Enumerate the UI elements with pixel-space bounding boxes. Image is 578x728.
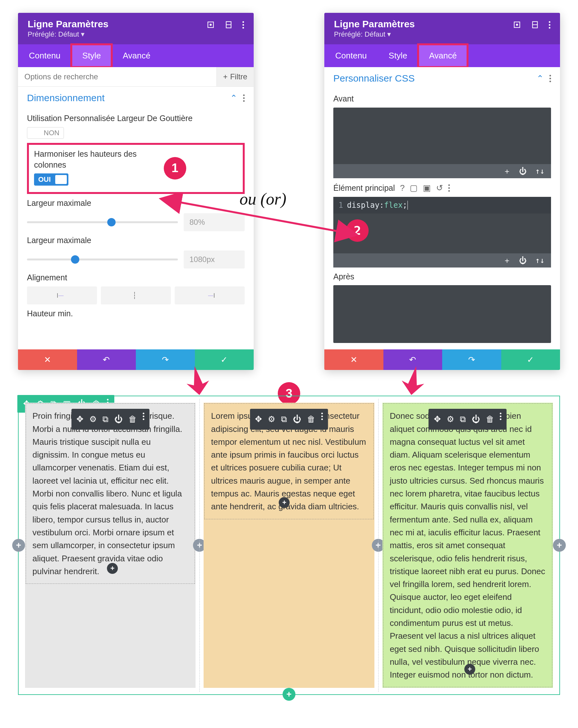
builder-row[interactable]: ✥ ⚙ ⧉ ▥ ⏻ 🗑 + + ✥ ⚙ ⧉ ⏻ 🗑 <box>18 396 560 695</box>
toggle-value: OUI <box>36 175 52 184</box>
preset-selector[interactable]: Préréglé: Défaut ▾ <box>334 30 415 38</box>
reset-icon[interactable]: ↺ <box>436 183 443 193</box>
tab-advanced[interactable]: Avancé <box>418 44 468 67</box>
undo-button[interactable]: ↶ <box>77 349 136 370</box>
preset-selector[interactable]: Préréglé: Défaut ▾ <box>28 30 108 38</box>
css-main-editor[interactable]: 1 display:flex; 2 ＋ ⏻ ↑↓ <box>333 197 551 267</box>
more-icon[interactable] <box>142 413 144 425</box>
snap-icon[interactable] <box>225 21 233 29</box>
slider-thumb[interactable] <box>107 218 115 226</box>
align-right-button[interactable] <box>175 286 245 305</box>
builder-column-a[interactable]: ✥ ⚙ ⧉ ⏻ 🗑 Proin fringilla ac risus nec s… <box>21 399 200 692</box>
hover-icon[interactable]: ▣ <box>423 183 431 193</box>
redo-button[interactable]: ↷ <box>136 349 195 370</box>
chevron-up-icon[interactable]: ⌃ <box>230 93 237 103</box>
chevron-up-icon[interactable]: ⌃ <box>536 74 544 83</box>
filter-button[interactable]: + Filtre <box>216 67 254 86</box>
gear-icon[interactable]: ⚙ <box>89 413 97 425</box>
add-inside-button[interactable]: + <box>279 497 290 508</box>
more-icon[interactable] <box>242 21 244 29</box>
add-inside-button[interactable]: + <box>107 563 118 574</box>
add-row-button[interactable]: + <box>283 688 295 701</box>
power-icon[interactable]: ⏻ <box>519 167 527 176</box>
cancel-button[interactable]: ✕ <box>18 349 77 370</box>
undo-button[interactable]: ↶ <box>384 349 443 370</box>
section-css-header[interactable]: Personnaliser CSS ⌃ <box>324 67 560 89</box>
align-left-button[interactable] <box>27 286 97 305</box>
settings-panel-style: Ligne Paramètres Préréglé: Défaut ▾ <box>18 13 254 370</box>
phone-icon[interactable]: ▢ <box>410 183 418 193</box>
move-icon[interactable]: ✥ <box>255 413 262 425</box>
tab-style[interactable]: Style <box>378 44 418 67</box>
section-title: Dimensionnement <box>27 93 105 103</box>
gear-icon[interactable]: ⚙ <box>268 413 275 425</box>
max-width-percent-value[interactable]: 80% <box>184 213 245 231</box>
builder-column-b[interactable]: ✥ ⚙ ⧉ ⏻ 🗑 Lorem ipsum dolor sit amet, co… <box>200 399 378 692</box>
css-after-editor[interactable] <box>333 285 551 343</box>
move-icon[interactable]: ✥ <box>76 413 83 425</box>
more-icon[interactable] <box>321 413 323 425</box>
help-icon[interactable]: ? <box>400 183 404 193</box>
trash-icon[interactable]: 🗑 <box>307 413 315 425</box>
css-after-label: Après <box>333 271 551 282</box>
cancel-button[interactable]: ✕ <box>324 349 384 370</box>
check-icon: ✓ <box>220 355 228 365</box>
max-width-px-value[interactable]: 1080px <box>184 251 245 268</box>
more-icon[interactable] <box>500 413 502 425</box>
callout-2-badge: 2 <box>346 219 369 242</box>
redo-icon: ↷ <box>468 355 475 365</box>
move-icon[interactable]: ↑↓ <box>535 167 545 176</box>
line-number: 1 <box>338 201 343 210</box>
gear-icon[interactable]: ⚙ <box>447 413 454 425</box>
expand-icon[interactable] <box>207 21 215 29</box>
builder-column-c[interactable]: ✥ ⚙ ⧉ ⏻ 🗑 Donec sodales orci faucibus sa… <box>378 399 557 692</box>
trash-icon[interactable]: 🗑 <box>128 413 137 425</box>
redo-button[interactable]: ↷ <box>442 349 501 370</box>
duplicate-icon[interactable]: ⧉ <box>102 413 108 425</box>
duplicate-icon[interactable]: ⧉ <box>281 413 287 425</box>
more-icon[interactable] <box>243 95 245 102</box>
section-sizing-header[interactable]: Dimensionnement ⌃ <box>18 87 254 109</box>
equalize-heights-toggle[interactable]: OUI <box>34 174 69 186</box>
text-module-c[interactable]: ✥ ⚙ ⧉ ⏻ 🗑 Donec sodales orci faucibus sa… <box>383 404 552 687</box>
plus-icon[interactable]: ＋ <box>503 255 511 266</box>
align-left-icon <box>57 293 67 298</box>
search-input[interactable] <box>18 67 216 86</box>
gutter-width-toggle[interactable]: NON <box>27 127 64 139</box>
tab-content[interactable]: Contenu <box>18 44 71 67</box>
more-icon[interactable] <box>549 75 551 82</box>
duplicate-icon[interactable]: ⧉ <box>460 413 466 425</box>
more-icon[interactable] <box>549 21 550 29</box>
move-icon[interactable]: ↑↓ <box>535 256 545 265</box>
save-button[interactable]: ✓ <box>195 349 254 370</box>
align-center-button[interactable] <box>101 286 171 305</box>
align-right-icon <box>205 293 214 298</box>
text-content: Donec sodales orci faucibus sapien aliqu… <box>390 411 545 679</box>
snap-icon[interactable] <box>531 21 539 29</box>
trash-icon[interactable]: 🗑 <box>486 413 494 425</box>
css-before-editor[interactable]: ＋ ⏻ ↑↓ <box>333 108 551 178</box>
more-icon[interactable] <box>448 184 450 192</box>
move-icon[interactable]: ✥ <box>434 413 441 425</box>
power-icon[interactable]: ⏻ <box>472 413 480 425</box>
section-title: Personnaliser CSS <box>333 73 415 84</box>
panel-title: Ligne Paramètres <box>28 19 108 29</box>
text-module-b[interactable]: ✥ ⚙ ⧉ ⏻ 🗑 Lorem ipsum dolor sit amet, co… <box>204 404 373 519</box>
save-button[interactable]: ✓ <box>501 349 560 370</box>
power-icon[interactable]: ⏻ <box>293 413 301 425</box>
tab-content[interactable]: Contenu <box>324 44 378 67</box>
slider-thumb[interactable] <box>71 255 79 264</box>
plus-icon[interactable]: ＋ <box>503 166 511 176</box>
power-icon[interactable]: ⏻ <box>114 413 123 425</box>
max-width-percent-slider[interactable]: 80% <box>27 213 245 231</box>
alignment-label: Alignement <box>27 272 245 283</box>
tab-style[interactable]: Style <box>71 44 112 67</box>
code-val: flex <box>384 201 403 210</box>
text-module-a[interactable]: ✥ ⚙ ⧉ ⏻ 🗑 Proin fringilla ac risus nec s… <box>26 404 195 584</box>
expand-icon[interactable] <box>513 21 521 29</box>
tab-advanced[interactable]: Avancé <box>112 44 161 67</box>
power-icon[interactable]: ⏻ <box>519 256 527 265</box>
preset-label: Préréglé: <box>28 30 56 38</box>
max-width-px-slider[interactable]: 1080px <box>27 251 245 268</box>
equalize-heights-label: Harmoniser les hauteurs des colonnes <box>34 149 152 171</box>
